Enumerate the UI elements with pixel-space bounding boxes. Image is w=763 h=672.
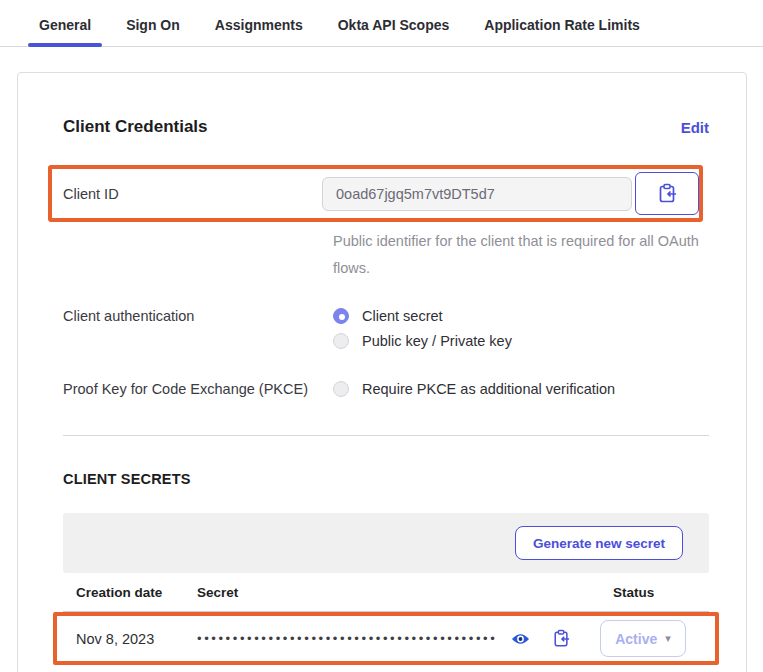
secret-table-row: Nov 8, 2023 ••••••••••••••••••••••••••••… — [63, 618, 701, 659]
client-credentials-card: Client Credentials Edit Client ID — [17, 72, 747, 672]
option-client-secret-label: Client secret — [362, 308, 443, 324]
secret-creation-date: Nov 8, 2023 — [76, 631, 197, 647]
header-creation-date: Creation date — [76, 585, 197, 600]
client-credentials-header: Client Credentials Edit — [63, 117, 709, 137]
secret-masked-cell: ••••••••••••••••••••••••••••••••••••••••… — [197, 630, 539, 648]
app-tab-bar: General Sign On Assignments Okta API Sco… — [0, 3, 763, 47]
client-secrets-title: CLIENT SECRETS — [63, 471, 709, 487]
reveal-secret-button[interactable] — [509, 630, 532, 648]
tab-assignments[interactable]: Assignments — [204, 3, 314, 46]
pkce-row: Proof Key for Code Exchange (PKCE) Requi… — [63, 381, 709, 397]
copy-client-id-button[interactable] — [635, 172, 699, 215]
tab-application-rate-limits[interactable]: Application Rate Limits — [473, 3, 651, 46]
header-status: Status — [591, 585, 709, 600]
eye-icon — [511, 632, 530, 646]
tab-okta-api-scopes[interactable]: Okta API Scopes — [327, 3, 461, 46]
status-cell: Active ▾ — [583, 620, 701, 657]
tab-general[interactable]: General — [28, 3, 102, 46]
radio-client-secret[interactable] — [333, 308, 349, 324]
client-id-label: Client ID — [63, 186, 322, 202]
pkce-checkbox[interactable] — [333, 381, 349, 397]
clipboard-copy-icon — [553, 629, 570, 648]
caret-down-icon: ▾ — [665, 632, 671, 645]
option-public-private-key[interactable]: Public key / Private key — [333, 333, 709, 349]
client-id-help-text: Public identifier for the client that is… — [333, 228, 709, 282]
client-authentication-label: Client authentication — [63, 308, 333, 324]
tab-sign-on[interactable]: Sign On — [115, 3, 191, 46]
status-dropdown-button[interactable]: Active ▾ — [600, 620, 686, 657]
client-credentials-title: Client Credentials — [63, 117, 208, 137]
client-authentication-row: Client authentication Client secret Publ… — [63, 308, 709, 349]
pkce-option[interactable]: Require PKCE as additional verification — [333, 381, 709, 397]
client-id-highlight-box: Client ID — [48, 165, 703, 222]
client-id-row: Client ID — [63, 172, 699, 215]
option-client-secret[interactable]: Client secret — [333, 308, 709, 324]
secret-row-highlight-box: Nov 8, 2023 ••••••••••••••••••••••••••••… — [53, 612, 719, 665]
radio-public-private-key[interactable] — [333, 333, 349, 349]
client-secrets-toolbar: Generate new secret — [63, 513, 709, 573]
copy-secret-button[interactable] — [539, 627, 583, 650]
generate-new-secret-button[interactable]: Generate new secret — [515, 526, 683, 560]
edit-link[interactable]: Edit — [681, 119, 709, 136]
pkce-label: Proof Key for Code Exchange (PKCE) — [63, 381, 333, 397]
section-divider — [63, 435, 709, 436]
client-id-value-area — [322, 172, 699, 215]
client-id-input[interactable] — [322, 177, 632, 211]
client-authentication-options: Client secret Public key / Private key — [333, 308, 709, 349]
masked-secret-value: ••••••••••••••••••••••••••••••••••••••••… — [197, 631, 497, 646]
secrets-table-header: Creation date Secret Status — [63, 573, 709, 612]
clipboard-copy-icon — [658, 183, 677, 204]
header-secret: Secret — [197, 585, 547, 600]
status-badge: Active — [615, 631, 657, 647]
option-public-private-key-label: Public key / Private key — [362, 333, 512, 349]
pkce-option-label: Require PKCE as additional verification — [362, 381, 615, 397]
